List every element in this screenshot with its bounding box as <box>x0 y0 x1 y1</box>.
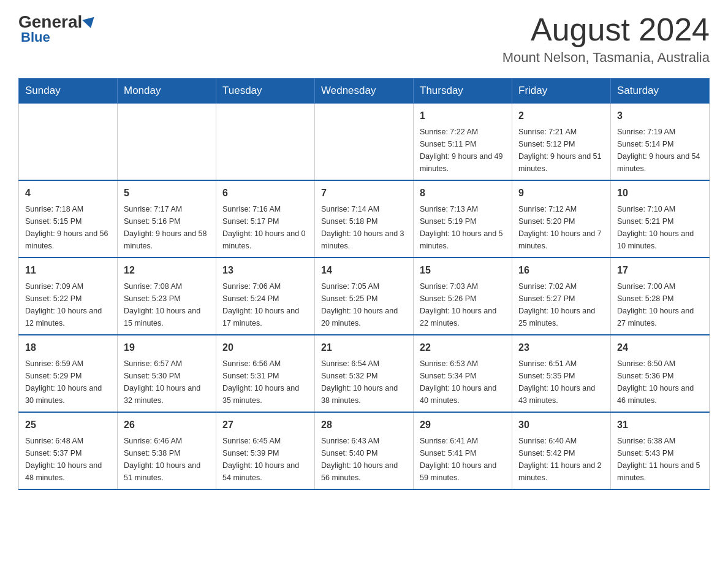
calendar-cell-w3-d5: 15Sunrise: 7:03 AM Sunset: 5:26 PM Dayli… <box>414 258 512 335</box>
calendar-cell-w1-d5: 1Sunrise: 7:22 AM Sunset: 5:11 PM Daylig… <box>414 104 512 181</box>
calendar-cell-w3-d7: 17Sunrise: 7:00 AM Sunset: 5:28 PM Dayli… <box>611 258 710 335</box>
day-info: Sunrise: 7:12 AM Sunset: 5:20 PM Dayligh… <box>518 203 604 252</box>
day-number: 18 <box>25 340 111 355</box>
calendar-cell-w2-d6: 9Sunrise: 7:12 AM Sunset: 5:20 PM Daylig… <box>512 180 611 258</box>
day-info: Sunrise: 6:38 AM Sunset: 5:43 PM Dayligh… <box>617 435 703 484</box>
col-saturday: Saturday <box>611 79 710 104</box>
day-number: 3 <box>617 109 703 123</box>
day-info: Sunrise: 7:06 AM Sunset: 5:24 PM Dayligh… <box>222 280 308 329</box>
day-number: 4 <box>25 186 111 201</box>
day-number: 28 <box>321 418 407 432</box>
day-info: Sunrise: 7:17 AM Sunset: 5:16 PM Dayligh… <box>124 203 210 252</box>
header: General Blue August 2024 Mount Nelson, T… <box>18 12 710 66</box>
day-number: 20 <box>222 340 308 355</box>
calendar-cell-w2-d1: 4Sunrise: 7:18 AM Sunset: 5:15 PM Daylig… <box>19 180 118 258</box>
day-number: 30 <box>518 418 604 432</box>
calendar-week-4: 18Sunrise: 6:59 AM Sunset: 5:29 PM Dayli… <box>19 335 710 412</box>
calendar-cell-w3-d6: 16Sunrise: 7:02 AM Sunset: 5:27 PM Dayli… <box>512 258 611 335</box>
day-info: Sunrise: 7:02 AM Sunset: 5:27 PM Dayligh… <box>518 280 604 329</box>
day-info: Sunrise: 7:16 AM Sunset: 5:17 PM Dayligh… <box>222 203 308 252</box>
day-number: 15 <box>420 263 506 278</box>
col-monday: Monday <box>118 79 216 104</box>
col-wednesday: Wednesday <box>315 79 414 104</box>
day-info: Sunrise: 6:48 AM Sunset: 5:37 PM Dayligh… <box>25 435 111 484</box>
calendar-cell-w1-d3 <box>216 104 315 181</box>
calendar-cell-w1-d6: 2Sunrise: 7:21 AM Sunset: 5:12 PM Daylig… <box>512 104 611 181</box>
day-number: 26 <box>124 418 210 432</box>
day-info: Sunrise: 6:57 AM Sunset: 5:30 PM Dayligh… <box>124 358 210 407</box>
logo-blue-text: Blue <box>21 29 50 45</box>
day-number: 8 <box>420 186 506 201</box>
day-number: 13 <box>222 263 308 278</box>
day-info: Sunrise: 6:50 AM Sunset: 5:36 PM Dayligh… <box>617 358 703 407</box>
calendar-table: Sunday Monday Tuesday Wednesday Thursday… <box>18 78 710 490</box>
main-title: August 2024 <box>502 12 710 47</box>
day-number: 23 <box>518 340 604 355</box>
calendar-week-1: 1Sunrise: 7:22 AM Sunset: 5:11 PM Daylig… <box>19 104 710 181</box>
day-info: Sunrise: 6:43 AM Sunset: 5:40 PM Dayligh… <box>321 435 407 484</box>
day-number: 24 <box>617 340 703 355</box>
day-info: Sunrise: 7:00 AM Sunset: 5:28 PM Dayligh… <box>617 280 703 329</box>
day-number: 14 <box>321 263 407 278</box>
day-number: 31 <box>617 418 703 432</box>
col-tuesday: Tuesday <box>216 79 315 104</box>
day-info: Sunrise: 7:10 AM Sunset: 5:21 PM Dayligh… <box>617 203 703 252</box>
day-info: Sunrise: 6:53 AM Sunset: 5:34 PM Dayligh… <box>420 358 506 407</box>
calendar-header-row: Sunday Monday Tuesday Wednesday Thursday… <box>19 79 710 104</box>
calendar-week-3: 11Sunrise: 7:09 AM Sunset: 5:22 PM Dayli… <box>19 258 710 335</box>
day-info: Sunrise: 7:22 AM Sunset: 5:11 PM Dayligh… <box>420 126 506 175</box>
day-info: Sunrise: 7:05 AM Sunset: 5:25 PM Dayligh… <box>321 280 407 329</box>
calendar-cell-w1-d2 <box>118 104 216 181</box>
day-info: Sunrise: 6:45 AM Sunset: 5:39 PM Dayligh… <box>222 435 308 484</box>
day-info: Sunrise: 6:46 AM Sunset: 5:38 PM Dayligh… <box>124 435 210 484</box>
calendar-cell-w5-d6: 30Sunrise: 6:40 AM Sunset: 5:42 PM Dayli… <box>512 412 611 489</box>
calendar-cell-w4-d2: 19Sunrise: 6:57 AM Sunset: 5:30 PM Dayli… <box>118 335 216 412</box>
calendar-week-5: 25Sunrise: 6:48 AM Sunset: 5:37 PM Dayli… <box>19 412 710 489</box>
calendar-cell-w2-d5: 8Sunrise: 7:13 AM Sunset: 5:19 PM Daylig… <box>414 180 512 258</box>
day-number: 12 <box>124 263 210 278</box>
day-number: 1 <box>420 109 506 123</box>
day-number: 6 <box>222 186 308 201</box>
col-friday: Friday <box>512 79 611 104</box>
calendar-cell-w4-d5: 22Sunrise: 6:53 AM Sunset: 5:34 PM Dayli… <box>414 335 512 412</box>
calendar-cell-w1-d7: 3Sunrise: 7:19 AM Sunset: 5:14 PM Daylig… <box>611 104 710 181</box>
calendar-cell-w2-d7: 10Sunrise: 7:10 AM Sunset: 5:21 PM Dayli… <box>611 180 710 258</box>
calendar-cell-w5-d3: 27Sunrise: 6:45 AM Sunset: 5:39 PM Dayli… <box>216 412 315 489</box>
day-info: Sunrise: 7:13 AM Sunset: 5:19 PM Dayligh… <box>420 203 506 252</box>
day-info: Sunrise: 7:03 AM Sunset: 5:26 PM Dayligh… <box>420 280 506 329</box>
col-thursday: Thursday <box>414 79 512 104</box>
day-info: Sunrise: 6:40 AM Sunset: 5:42 PM Dayligh… <box>518 435 604 484</box>
calendar-cell-w5-d5: 29Sunrise: 6:41 AM Sunset: 5:41 PM Dayli… <box>414 412 512 489</box>
calendar-cell-w4-d4: 21Sunrise: 6:54 AM Sunset: 5:32 PM Dayli… <box>315 335 414 412</box>
day-number: 17 <box>617 263 703 278</box>
day-number: 19 <box>124 340 210 355</box>
logo-triangle-icon <box>83 17 97 30</box>
day-number: 9 <box>518 186 604 201</box>
day-info: Sunrise: 6:54 AM Sunset: 5:32 PM Dayligh… <box>321 358 407 407</box>
day-number: 22 <box>420 340 506 355</box>
calendar-cell-w4-d6: 23Sunrise: 6:51 AM Sunset: 5:35 PM Dayli… <box>512 335 611 412</box>
title-area: August 2024 Mount Nelson, Tasmania, Aust… <box>502 12 710 66</box>
calendar-cell-w5-d2: 26Sunrise: 6:46 AM Sunset: 5:38 PM Dayli… <box>118 412 216 489</box>
day-info: Sunrise: 6:41 AM Sunset: 5:41 PM Dayligh… <box>420 435 506 484</box>
calendar-cell-w4-d1: 18Sunrise: 6:59 AM Sunset: 5:29 PM Dayli… <box>19 335 118 412</box>
day-number: 10 <box>617 186 703 201</box>
day-number: 27 <box>222 418 308 432</box>
day-info: Sunrise: 7:19 AM Sunset: 5:14 PM Dayligh… <box>617 126 703 175</box>
calendar-cell-w3-d4: 14Sunrise: 7:05 AM Sunset: 5:25 PM Dayli… <box>315 258 414 335</box>
calendar-cell-w1-d1 <box>19 104 118 181</box>
calendar-cell-w5-d4: 28Sunrise: 6:43 AM Sunset: 5:40 PM Dayli… <box>315 412 414 489</box>
calendar-cell-w3-d1: 11Sunrise: 7:09 AM Sunset: 5:22 PM Dayli… <box>19 258 118 335</box>
calendar-cell-w2-d4: 7Sunrise: 7:14 AM Sunset: 5:18 PM Daylig… <box>315 180 414 258</box>
day-info: Sunrise: 7:21 AM Sunset: 5:12 PM Dayligh… <box>518 126 604 175</box>
day-number: 2 <box>518 109 604 123</box>
day-info: Sunrise: 7:14 AM Sunset: 5:18 PM Dayligh… <box>321 203 407 252</box>
day-info: Sunrise: 7:18 AM Sunset: 5:15 PM Dayligh… <box>25 203 111 252</box>
day-number: 29 <box>420 418 506 432</box>
day-number: 25 <box>25 418 111 432</box>
calendar-cell-w3-d2: 12Sunrise: 7:08 AM Sunset: 5:23 PM Dayli… <box>118 258 216 335</box>
subtitle: Mount Nelson, Tasmania, Australia <box>502 50 710 66</box>
day-info: Sunrise: 6:51 AM Sunset: 5:35 PM Dayligh… <box>518 358 604 407</box>
calendar-cell-w5-d7: 31Sunrise: 6:38 AM Sunset: 5:43 PM Dayli… <box>611 412 710 489</box>
day-number: 7 <box>321 186 407 201</box>
